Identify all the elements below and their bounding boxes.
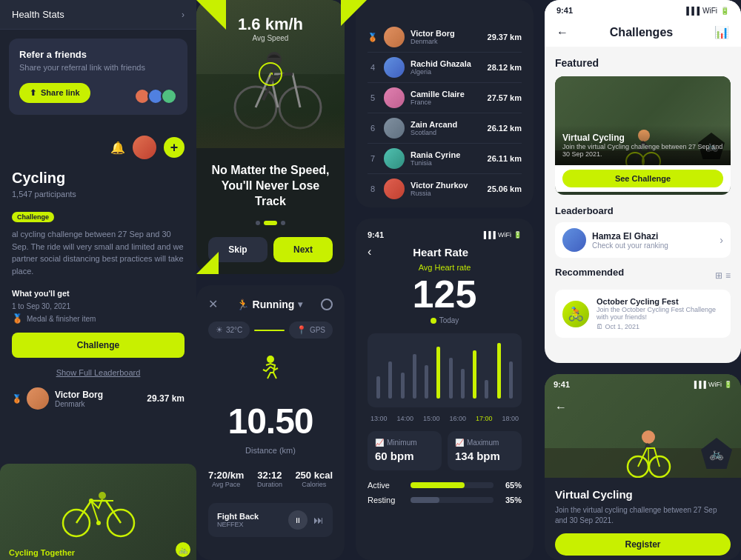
table-row: 4 Rachid Ghazala Algeria 28.12 km: [368, 53, 522, 83]
featured-card-overlay: Virtual Cycling Join the virtual Cycling…: [555, 125, 731, 165]
gps-icon: 📍: [296, 325, 307, 335]
hr-header: ‹ Heart Rate: [368, 245, 522, 259]
resting-pct: 35%: [499, 496, 522, 504]
share-link-button[interactable]: ⬆ Share link: [19, 83, 90, 103]
hr-stats: 📈 Minimum 60 bpm 📈 Maximum 134 bpm: [368, 431, 522, 470]
lb-person: Rania Cyrine Tunisia: [411, 150, 482, 167]
resting-progress-fill: [411, 497, 439, 503]
leaderboard-row[interactable]: Hamza El Ghazi Check out your ranking ›: [555, 222, 731, 258]
bar-group: [433, 339, 443, 399]
chevron-right-icon: ›: [720, 234, 723, 246]
avatar-row: [134, 88, 177, 104]
heart-rate-chart: [368, 333, 522, 407]
lb-avatar: [384, 118, 405, 139]
bar: [376, 376, 380, 399]
bar-group: [458, 339, 468, 399]
lb-person-name: Rachid Ghazala: [411, 59, 482, 68]
resting-label: Resting: [368, 496, 405, 504]
dash-separator: [254, 330, 285, 331]
refer-friends-card: Refer a friends Share your referral link…: [9, 39, 187, 115]
vc-back-button[interactable]: ←: [555, 401, 567, 414]
refer-title: Refer a friends: [19, 49, 177, 60]
see-challenge-button[interactable]: See Challenge: [562, 170, 723, 187]
bar: [413, 354, 416, 399]
top-actions: 🔔 +: [12, 136, 185, 159]
svg-point-4: [99, 492, 106, 499]
table-row: 5 Camille Claire France 27.57 km: [368, 83, 522, 113]
lb-avatar: [384, 148, 405, 169]
lb-person-country: Scotland: [411, 129, 482, 136]
lb-rank-num: 6: [368, 124, 378, 133]
battery-icon: 🔋: [724, 381, 732, 388]
close-icon[interactable]: ✕: [208, 297, 218, 311]
participants-count: 1,547 participants: [12, 190, 185, 199]
recommended-card[interactable]: 🚴 October Cycling Fest Join the October …: [555, 290, 731, 338]
song-title: Fight Back: [217, 512, 288, 521]
signal-icon: ▐▐▐: [684, 7, 700, 15]
status-bar: 9:41 ▐▐▐ WiFi 🔋: [368, 230, 522, 239]
table-row: 8 Victor Zhurkov Russia 25.06 km: [368, 174, 522, 204]
active-progress-bg: [411, 482, 494, 488]
duration-value: 32:12: [257, 470, 282, 481]
ch-time: 9:41: [556, 6, 573, 15]
vc-title: Virtual Cycling: [555, 488, 731, 501]
active-pct: 65%: [499, 481, 522, 490]
duration-metric: 32:12 Duration: [257, 470, 282, 488]
hr-title: Heart Rate: [413, 246, 468, 259]
recommended-header: Recommended ⊞ ≡: [555, 267, 731, 284]
chart-label-1800: 18:00: [502, 415, 519, 422]
back-arrow-icon[interactable]: ‹: [368, 245, 371, 259]
lb-rank-num: 🥉: [368, 33, 378, 42]
avg-hr-label: Avg Heart rate: [368, 263, 522, 272]
song-info: Fight Back NEFFEX: [217, 512, 288, 528]
lb-km: 29.37 km: [147, 393, 185, 404]
chevron-right-icon: ›: [182, 10, 185, 20]
lb-rank-num: 7: [368, 154, 378, 163]
view-toggle-icons[interactable]: ⊞ ≡: [715, 270, 731, 281]
lb-person-name: Zain Arcand: [411, 120, 482, 129]
featured-challenge-card[interactable]: 🚲 Virtual Cycling Join the virtual Cycli…: [555, 76, 731, 195]
register-button[interactable]: Register: [555, 533, 731, 556]
lb-distance: 25.06 km: [488, 184, 522, 193]
bar-group: [422, 339, 431, 399]
pause-button[interactable]: ⏸: [288, 510, 308, 530]
lb-distance: 27.57 km: [488, 93, 522, 102]
lb-rank-num: 5: [368, 93, 378, 102]
distance-value: 10.50: [208, 401, 333, 441]
virtual-cycling-image: 9:41 ▐▐▐ WiFi 🔋 ← 🚲: [545, 374, 741, 478]
skip-forward-icon[interactable]: ⏭: [313, 514, 324, 526]
chart-line-icon-2: 📈: [455, 439, 464, 447]
bar-group: [506, 339, 516, 399]
lb-person-country: France: [411, 99, 482, 106]
active-progress-row: Active 65%: [368, 481, 522, 490]
bell-icon[interactable]: 🔔: [110, 141, 125, 155]
vc-desc: Join the virtual cycling challenge betwe…: [555, 505, 731, 526]
health-stats-label: Health Stats: [12, 9, 64, 20]
lb-person-name: Victor Borg: [411, 29, 482, 38]
minimum-value: 60 bpm: [375, 450, 414, 462]
back-button[interactable]: ←: [556, 26, 568, 39]
show-leaderboard-link[interactable]: Show Full Leaderboard: [12, 368, 185, 377]
maximum-label: 📈 Maximum: [455, 439, 514, 447]
next-button[interactable]: Next: [273, 237, 333, 262]
cycling-tag-icon: 🚲: [176, 542, 190, 557]
lb-avatar: [384, 27, 405, 47]
signal-icon: ▐▐▐: [482, 231, 496, 239]
settings-icon[interactable]: [321, 299, 333, 310]
chart-bar-icon[interactable]: 📊: [714, 25, 729, 39]
featured-card-body: See Challenge: [555, 165, 731, 192]
bar-group: [373, 339, 383, 399]
challenge-button[interactable]: Challenge: [12, 333, 185, 358]
resting-progress-row: Resting 35%: [368, 496, 522, 504]
metrics-row: 7:20/km Avg Pace 32:12 Duration 250 kcal…: [208, 470, 333, 488]
play-controls: ⏸ ⏭: [288, 510, 324, 530]
runner-icon: [256, 353, 285, 383]
challenges-panel: 9:41 ▐▐▐ WiFi 🔋 ← Challenges 📊 Featured: [545, 0, 741, 363]
grid-icon[interactable]: ⊞: [715, 270, 722, 281]
add-button[interactable]: +: [164, 137, 185, 158]
lb-person: Victor Zhurkov Russia: [411, 181, 482, 197]
bar-group: [482, 339, 491, 399]
rec-icon: 🚴: [562, 301, 589, 327]
list-icon[interactable]: ≡: [725, 270, 731, 281]
lb-distance: 26.12 km: [488, 124, 522, 133]
